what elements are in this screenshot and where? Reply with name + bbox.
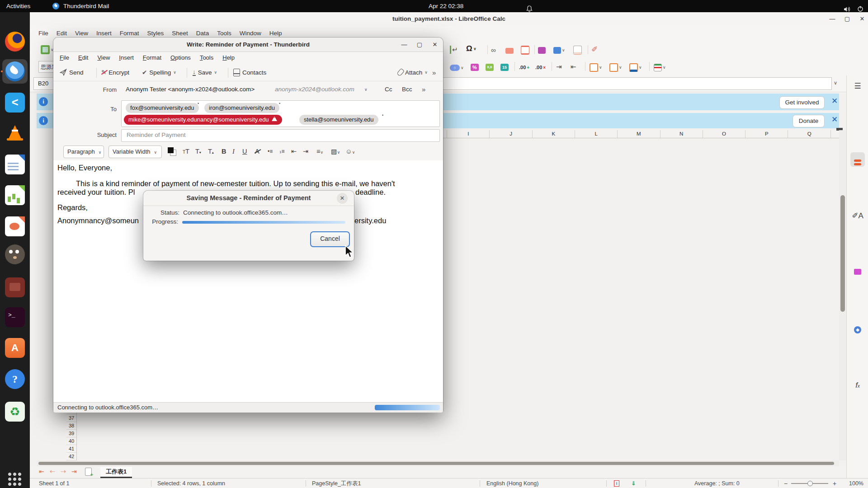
get-involved-button[interactable]: Get involved	[779, 96, 825, 109]
zoom-out-icon[interactable]: −	[784, 479, 788, 488]
to-field[interactable]: fox@someuniversity.edu • iron@someuniver…	[121, 100, 440, 127]
add-sheet-icon[interactable]: +	[85, 468, 92, 476]
calc-minimize-button[interactable]: —	[827, 14, 837, 24]
percent-format-icon[interactable]: %	[471, 62, 479, 73]
dock-item-trash[interactable]: ♻	[5, 402, 25, 422]
delete-decimal-icon[interactable]: .00×	[535, 62, 546, 73]
page-style[interactable]: PageStyle_工作表1	[312, 479, 361, 488]
row-header-37[interactable]: 37	[66, 414, 76, 422]
zoom-slider-knob[interactable]	[807, 481, 813, 486]
col-header-L[interactable]: L	[575, 130, 618, 138]
col-header-O[interactable]: O	[703, 130, 745, 138]
spelling-button[interactable]: ✔ Spelling ∨	[142, 66, 176, 78]
dock-item-terminal[interactable]: >_	[5, 307, 25, 327]
spelling-dropdown-icon[interactable]: ∨	[173, 70, 176, 75]
dock-item-vlc[interactable]	[5, 123, 25, 143]
focused-app-name[interactable]: Thunderbird Mail	[63, 0, 109, 12]
save-dropdown-icon[interactable]: ∨	[214, 70, 217, 75]
increase-indent-icon[interactable]: ⇥	[556, 61, 562, 72]
save-button[interactable]: ↓ Save ∨	[193, 66, 217, 78]
cc-button[interactable]: Cc	[385, 86, 392, 93]
send-button[interactable]: Send	[60, 66, 84, 78]
sidebar-gallery-icon[interactable]	[850, 265, 865, 280]
sidebar-functions-icon[interactable]: fx	[850, 378, 865, 393]
donate-button[interactable]: Donate	[793, 115, 825, 127]
formula-bar-expand-icon[interactable]: ∨	[834, 80, 837, 86]
sidebar-styles-icon[interactable]: ✐A	[850, 209, 865, 223]
dialog-close-icon[interactable]: ✕	[337, 193, 348, 204]
cell-A39[interactable]	[78, 430, 146, 437]
conditional-formatting-icon[interactable]: ∨	[654, 62, 666, 73]
special-character-icon[interactable]: Ω∨	[466, 43, 476, 54]
calc-menu-file[interactable]: File	[34, 26, 52, 41]
clock[interactable]: Apr 22 02:38	[429, 0, 463, 12]
infobar-close-icon[interactable]: ✕	[831, 115, 838, 124]
hyperlink-icon[interactable]: ∞	[491, 44, 496, 55]
zoom-in-icon[interactable]: +	[833, 479, 836, 488]
dock-item-gimp[interactable]	[5, 244, 25, 264]
bcc-button[interactable]: Bcc	[402, 86, 412, 93]
recipient-pill[interactable]: stella@someuniversity.edu	[299, 115, 378, 125]
zoom-percent[interactable]: 100%	[849, 479, 863, 488]
col-header-I[interactable]: I	[447, 130, 490, 138]
row-header-42[interactable]: 42	[66, 453, 76, 460]
bold-icon[interactable]: B	[222, 147, 226, 156]
clone-formatting-icon[interactable]: ✐	[591, 44, 598, 55]
insert-mode-icon[interactable]: I	[614, 480, 619, 487]
border-style-icon[interactable]: ∨	[609, 62, 622, 73]
increase-size-icon[interactable]: T▴	[208, 147, 214, 156]
header-footer-icon[interactable]	[521, 45, 529, 56]
previous-sheet-icon[interactable]: ⇠	[50, 468, 55, 475]
document-modified-icon[interactable]: ⇓	[631, 479, 636, 488]
toolbar-overflow-icon[interactable]: »	[432, 66, 436, 78]
compose-close-button[interactable]: ✕	[430, 40, 440, 50]
from-value[interactable]: Anonym Tester <anonym-x2024@outlook.com>	[126, 86, 255, 93]
wrap-text-icon[interactable]: ↵	[450, 44, 458, 55]
decrease-size-icon[interactable]: T▾	[195, 147, 201, 156]
power-icon[interactable]	[857, 3, 863, 15]
infobar-close-icon[interactable]: ✕	[831, 96, 838, 106]
cell-A42[interactable]	[78, 453, 146, 460]
compose-minimize-button[interactable]: —	[399, 40, 409, 50]
col-header-N[interactable]: N	[660, 130, 703, 138]
compose-menu-help[interactable]: Help	[218, 52, 239, 64]
print-area-icon[interactable]	[538, 45, 546, 56]
smaller-font-icon[interactable]: TT	[183, 147, 189, 156]
volume-icon[interactable]	[844, 3, 850, 15]
sheet-tab[interactable]: 工作表1	[100, 467, 132, 478]
add-decimal-icon[interactable]: .00+	[519, 62, 529, 73]
row-header-41[interactable]: 41	[66, 445, 76, 453]
calc-maximize-button[interactable]: ▢	[842, 14, 852, 24]
bullet-list-icon[interactable]: •≡	[268, 147, 273, 156]
sidebar-navigator-icon[interactable]: ◆	[850, 322, 865, 336]
smiley-icon[interactable]: ☺∨	[345, 147, 355, 156]
dock-item-thunderbird[interactable]	[5, 61, 25, 81]
number-format-icon[interactable]: 0,0	[486, 62, 494, 73]
currency-format-icon[interactable]: ○∨	[450, 62, 464, 73]
outdent-icon[interactable]: ⇤	[291, 147, 297, 156]
compose-menu-format[interactable]: Format	[138, 52, 166, 64]
recipient-pill-invalid[interactable]: mike@someuniversity.edunancy@someunivers…	[124, 115, 282, 125]
compose-menu-file[interactable]: File	[55, 52, 74, 64]
paragraph-style-select[interactable]: Paragraph∨	[63, 145, 104, 158]
dock-item-vscode[interactable]: <	[5, 93, 25, 113]
recipient-pill[interactable]: fox@someuniversity.edu	[126, 103, 199, 113]
vertical-scrollbar[interactable]	[839, 130, 846, 460]
next-sheet-icon[interactable]: ⇢	[61, 468, 66, 475]
dock-item-libreoffice-writer[interactable]	[5, 155, 25, 174]
dock-item-files[interactable]	[5, 277, 25, 297]
sidebar-properties-icon[interactable]	[850, 152, 865, 167]
font-select[interactable]: Variable Width∨	[108, 145, 162, 158]
encrypt-button[interactable]: ✎ Encrypt	[101, 66, 129, 78]
row-header-39[interactable]: 39	[66, 430, 76, 437]
subject-field[interactable]: Reminder of Payment	[121, 129, 440, 142]
vertical-scrollbar-thumb[interactable]	[840, 195, 845, 312]
numbered-list-icon[interactable]: 1≡	[279, 147, 284, 156]
dock-item-libreoffice-calc[interactable]	[5, 185, 25, 205]
cell-A38[interactable]	[78, 422, 146, 430]
freeze-panes-icon[interactable]: ∨	[553, 45, 565, 56]
compose-menu-view[interactable]: View	[93, 52, 114, 64]
last-sheet-icon[interactable]: ⇥	[71, 468, 77, 475]
contacts-button[interactable]: Contacts	[233, 66, 266, 78]
alignment-icon[interactable]: ≡∨	[316, 147, 323, 156]
